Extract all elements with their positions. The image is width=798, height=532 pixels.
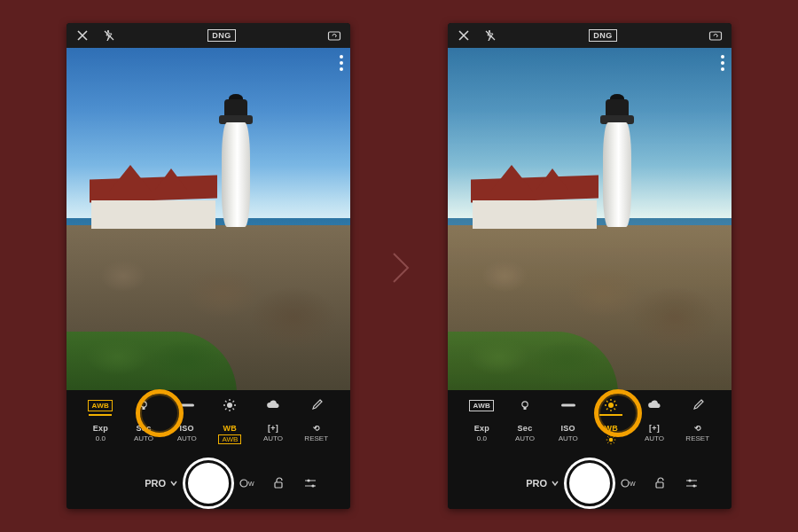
svg-text:W: W [630, 481, 636, 487]
wb-preset-daylight[interactable] [590, 398, 633, 412]
param-bracket[interactable]: [+]AUTO [633, 424, 677, 442]
svg-line-30 [614, 409, 616, 411]
wb-preset-cloudy[interactable] [633, 400, 677, 411]
svg-line-12 [233, 401, 235, 403]
camera-topbar: DNG [66, 23, 350, 48]
param-sec[interactable]: SecAUTO [122, 424, 166, 442]
svg-rect-23 [561, 404, 575, 407]
svg-point-18 [307, 479, 309, 481]
viewfinder[interactable] [448, 48, 732, 394]
svg-point-21 [522, 402, 528, 407]
chevron-down-icon [551, 479, 559, 488]
param-wb[interactable]: WB [590, 424, 633, 447]
param-reset[interactable]: ⟲RESET [294, 424, 338, 442]
comparison-stage: DNG AWB Exp0.0 SecAUTO ISOAUTO W [0, 0, 798, 532]
svg-line-29 [606, 401, 608, 403]
svg-point-13 [240, 480, 247, 487]
shutter-row: PRO W [448, 458, 732, 509]
wb-preset-incandescent[interactable] [122, 399, 166, 411]
file-format-badge[interactable]: DNG [589, 29, 617, 42]
svg-line-9 [225, 401, 227, 403]
arrow-right-icon [390, 252, 411, 284]
wide-toggle-icon[interactable]: W [239, 475, 254, 491]
param-iso[interactable]: ISOAUTO [546, 424, 590, 442]
camera-controls: AWB Exp0.0 SecAUTO ISOAUTO WB [+]AUTO ⟲R… [448, 390, 732, 509]
svg-line-32 [614, 401, 616, 403]
lock-open-icon[interactable] [270, 475, 286, 491]
settings-sliders-icon[interactable] [684, 475, 700, 491]
wb-preset-fluorescent[interactable] [546, 402, 590, 409]
wb-preset-row: AWB [66, 390, 350, 420]
reset-icon: ⟲ [694, 424, 701, 433]
shutter-button[interactable] [567, 460, 613, 506]
param-wb[interactable]: WBAWB [208, 424, 252, 444]
reset-icon: ⟲ [313, 424, 320, 433]
settings-sliders-icon[interactable] [302, 475, 318, 491]
wb-preset-eyedropper[interactable] [676, 399, 719, 411]
svg-point-48 [692, 484, 695, 487]
svg-point-4 [227, 403, 232, 408]
sun-icon [606, 434, 616, 447]
svg-point-33 [609, 438, 614, 442]
svg-line-41 [614, 436, 614, 437]
svg-point-42 [622, 480, 629, 487]
shutter-row: PRO W [66, 458, 350, 509]
pro-params-row: Exp0.0 SecAUTO ISOAUTO WBAWB [+]AUTO ⟲RE… [66, 420, 350, 458]
svg-rect-15 [275, 482, 282, 488]
chevron-down-icon [169, 479, 178, 488]
svg-text:W: W [248, 481, 254, 487]
camera-controls: AWB Exp0.0 SecAUTO ISOAUTO WBAWB [+]AUTO… [66, 390, 350, 509]
param-exp[interactable]: Exp0.0 [460, 424, 504, 442]
wb-preset-fluorescent[interactable] [165, 402, 208, 409]
svg-point-19 [311, 484, 314, 487]
wide-toggle-icon[interactable]: W [620, 475, 636, 491]
svg-rect-22 [524, 407, 527, 410]
pro-params-row: Exp0.0 SecAUTO ISOAUTO WB [+]AUTO ⟲RESET [448, 420, 732, 458]
overflow-menu-icon[interactable] [721, 55, 724, 71]
viewfinder[interactable] [66, 48, 350, 394]
wb-preset-eyedropper[interactable] [294, 399, 338, 411]
wb-preset-awb[interactable]: AWB [460, 400, 504, 411]
svg-rect-0 [329, 32, 340, 40]
svg-point-1 [141, 402, 146, 407]
phone-screenshot-after: DNG AWB Exp0.0 SecAUTO ISOAUTO W [448, 23, 732, 509]
shutter-button[interactable] [185, 460, 231, 506]
mode-selector[interactable]: PRO [145, 478, 178, 489]
mode-selector[interactable]: PRO [526, 478, 559, 489]
svg-rect-3 [180, 404, 194, 407]
lock-open-icon[interactable] [652, 475, 668, 491]
file-format-badge[interactable]: DNG [207, 29, 236, 42]
svg-point-24 [608, 403, 614, 408]
close-icon[interactable] [75, 28, 90, 43]
param-exp[interactable]: Exp0.0 [79, 424, 122, 442]
wb-preset-incandescent[interactable] [504, 399, 547, 411]
param-sec[interactable]: SecAUTO [504, 424, 547, 442]
svg-point-47 [688, 479, 691, 481]
camera-topbar: DNG [448, 23, 732, 48]
svg-line-31 [606, 409, 608, 411]
param-bracket[interactable]: [+]AUTO [252, 424, 295, 442]
svg-line-40 [608, 442, 609, 443]
flash-off-icon[interactable] [102, 28, 116, 43]
wb-preset-daylight[interactable] [208, 398, 252, 412]
wb-preset-cloudy[interactable] [252, 400, 295, 411]
switch-camera-icon[interactable] [327, 28, 341, 43]
svg-rect-2 [143, 407, 145, 410]
svg-line-39 [614, 442, 614, 443]
param-reset[interactable]: ⟲RESET [676, 424, 719, 442]
close-icon[interactable] [457, 28, 471, 43]
switch-camera-icon[interactable] [708, 28, 723, 43]
svg-line-10 [233, 409, 235, 411]
svg-rect-44 [656, 482, 663, 488]
flash-off-icon[interactable] [483, 28, 497, 43]
svg-line-11 [225, 409, 227, 411]
wb-preset-row: AWB [448, 390, 732, 420]
overflow-menu-icon[interactable] [340, 55, 343, 71]
param-iso[interactable]: ISOAUTO [165, 424, 208, 442]
phone-screenshot-before: DNG AWB Exp0.0 SecAUTO ISOAUTO W [66, 23, 350, 509]
wb-preset-awb[interactable]: AWB [79, 400, 122, 411]
svg-line-38 [608, 436, 609, 437]
svg-rect-20 [710, 32, 722, 40]
